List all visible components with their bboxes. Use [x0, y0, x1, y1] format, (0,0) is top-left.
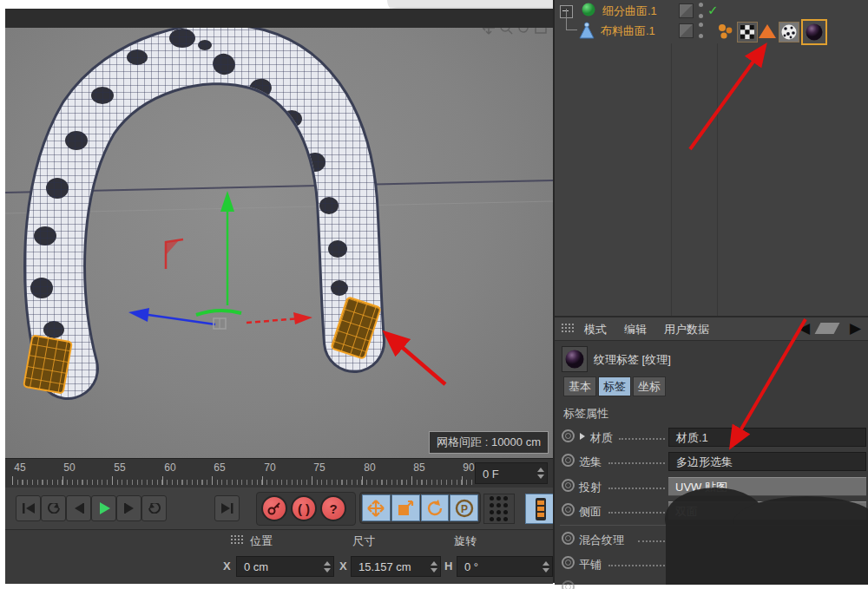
menu-user-data[interactable]: 用户数据: [664, 322, 709, 337]
transport-bar: ( ) ? P: [5, 488, 553, 529]
axis-gizmo[interactable]: [128, 191, 312, 329]
z-axis-arrow[interactable]: [196, 311, 241, 315]
next-key-button[interactable]: [141, 495, 167, 521]
keyframe-radio-icon[interactable]: [562, 479, 575, 492]
texture-tag-spotted-icon[interactable]: [779, 22, 799, 43]
property-row-tile: 平铺: [555, 553, 868, 576]
position-label: 位置: [250, 533, 273, 549]
render-settings-button[interactable]: [525, 494, 556, 524]
layer-toggle-icon[interactable]: [679, 3, 694, 18]
rot-h-axis-label: H: [444, 560, 452, 573]
tick-80: 80: [364, 461, 375, 474]
layer-toggle-icon[interactable]: [679, 23, 694, 38]
svg-text:P: P: [461, 502, 468, 514]
column-divider: [671, 43, 672, 316]
rotation-h-field[interactable]: 0 °: [457, 556, 553, 577]
app-window: 网格间距 : 10000 cm 45 50 55 60 65 70 75 80 …: [0, 0, 868, 589]
texture-tag-thumb: [562, 346, 588, 372]
object-row-cloth-surface[interactable]: 布料曲面.1: [555, 21, 868, 41]
play-button[interactable]: [91, 495, 116, 521]
uvw-tag-icon[interactable]: [737, 22, 758, 43]
side-dropdown[interactable]: 双面: [668, 501, 866, 520]
keyframe-radio-icon[interactable]: [562, 429, 575, 442]
keyframe-radio-icon[interactable]: [562, 454, 575, 467]
tab-basic[interactable]: 基本: [563, 376, 596, 396]
point-selection-tag-icon[interactable]: [716, 22, 735, 41]
material-field[interactable]: 材质.1: [668, 428, 866, 447]
previous-frame-button[interactable]: [66, 495, 91, 521]
keyframe-radio-icon[interactable]: [562, 503, 575, 516]
y-axis-arrow[interactable]: [220, 191, 234, 212]
coords-grid-icon: [231, 535, 244, 545]
keyframe-radio-icon[interactable]: [562, 580, 575, 589]
object-row-subdivision-surface[interactable]: 细分曲面.1 ✓: [555, 1, 868, 21]
rot-h-spinner[interactable]: [541, 557, 550, 576]
property-row-mix-textures: 混合纹理: [555, 529, 868, 552]
keyframe-options-button[interactable]: ?: [320, 495, 346, 521]
tick-55: 55: [114, 461, 125, 474]
next-frame-button[interactable]: [116, 495, 141, 521]
coordinate-system-button[interactable]: P: [450, 494, 478, 521]
selection-field[interactable]: 多边形选集: [668, 452, 866, 471]
timeline-major-ticks: [12, 476, 472, 485]
grid-spacing-label: 网格间距 : 10000 cm: [429, 431, 549, 454]
cloth-surface-icon: [579, 22, 595, 39]
3d-viewport[interactable]: 网格间距 : 10000 cm: [5, 9, 553, 458]
attribute-menubar: 模式 编辑 用户数据 ◀ ▶: [555, 317, 868, 341]
tick-85: 85: [413, 461, 424, 474]
history-divider: [815, 323, 840, 334]
pos-x-axis-label: X: [223, 560, 231, 573]
size-x-field[interactable]: 15.157 cm: [351, 556, 441, 577]
expand-arrow-icon[interactable]: [580, 433, 585, 440]
property-row-selection: 选集 多边形选集: [555, 451, 868, 474]
texture-tag-selected-icon[interactable]: [801, 19, 827, 45]
visibility-dots-icon[interactable]: [699, 3, 704, 18]
history-back-icon[interactable]: ◀: [799, 319, 810, 337]
frame-spinner[interactable]: [536, 463, 545, 483]
attribute-title: 纹理标签 [纹理]: [594, 352, 671, 368]
size-x-axis-label: X: [339, 560, 347, 573]
goto-start-button[interactable]: [16, 495, 41, 521]
right-panel: 细分曲面.1 ✓ 布料曲面.1: [553, 0, 868, 583]
menu-edit[interactable]: 编辑: [624, 322, 647, 337]
coordinates-bar: 位置 尺寸 旋转 X 0 cm X 15.157 cm H 0 °: [5, 529, 553, 584]
tick-65: 65: [214, 461, 225, 474]
previous-key-button[interactable]: [41, 495, 66, 521]
current-frame-field[interactable]: 0 F: [475, 462, 548, 484]
goto-end-button[interactable]: [214, 495, 240, 521]
position-x-field[interactable]: 0 cm: [236, 556, 334, 577]
autokey-button[interactable]: ( ): [291, 495, 317, 521]
enabled-check-icon[interactable]: ✓: [707, 3, 719, 18]
record-keyframe-button[interactable]: [261, 495, 287, 521]
size-x-spinner[interactable]: [429, 557, 438, 576]
panel-grip-icon: [562, 324, 575, 333]
pos-x-spinner[interactable]: [322, 557, 332, 576]
bank-axis-arrow[interactable]: [293, 312, 312, 324]
attribute-manager: 模式 编辑 用户数据 ◀ ▶ 纹理标签 [纹理] 基本 标签 坐标 标签属性 材…: [555, 316, 868, 585]
rotate-tool-button[interactable]: [421, 494, 450, 521]
tick-45: 45: [14, 461, 25, 474]
column-divider: [717, 43, 718, 316]
object-manager: 细分曲面.1 ✓ 布料曲面.1: [555, 0, 868, 316]
tab-tag[interactable]: 标签: [598, 376, 631, 396]
projection-dropdown[interactable]: UVW 贴图: [668, 477, 866, 496]
tab-coordinates[interactable]: 坐标: [633, 376, 666, 396]
tag-properties-header: 标签属性: [563, 406, 608, 422]
x-axis-arrow[interactable]: [128, 308, 149, 322]
menu-mode[interactable]: 模式: [584, 322, 607, 337]
keyframe-radio-icon[interactable]: [562, 532, 575, 545]
visibility-dots-icon[interactable]: [699, 23, 704, 38]
move-tool-button[interactable]: [362, 494, 391, 521]
tick-75: 75: [313, 461, 325, 474]
tool-palette-button[interactable]: [483, 494, 515, 524]
keyframe-radio-icon[interactable]: [562, 556, 575, 569]
3d-scene: [5, 9, 553, 458]
polygon-selection-tag-icon[interactable]: [758, 22, 777, 41]
selected-cap-left[interactable]: [23, 335, 72, 393]
timeline-ruler[interactable]: 45 50 55 60 65 70 75 80 85 90 0 F: [5, 458, 553, 488]
subdivision-surface-icon: [582, 3, 595, 16]
tick-60: 60: [164, 461, 175, 474]
history-forward-icon[interactable]: ▶: [850, 319, 861, 337]
scale-tool-button[interactable]: [391, 494, 420, 521]
tool-group: P: [359, 492, 481, 524]
